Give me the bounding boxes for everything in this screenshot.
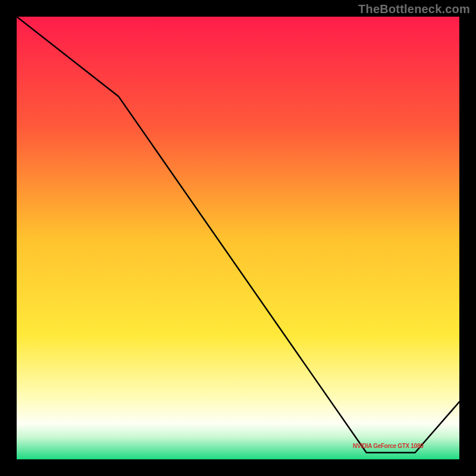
chart-svg: [17, 17, 459, 459]
watermark-text: TheBottleneck.com: [358, 2, 470, 16]
plot-area: NVIDIA GeForce GTX 1080: [17, 17, 459, 459]
chart-frame: TheBottleneck.com NVIDIA GeForce GTX 108…: [0, 0, 476, 476]
chart-background-gradient: [17, 17, 459, 459]
gpu-annotation-label: NVIDIA GeForce GTX 1080: [353, 443, 423, 449]
